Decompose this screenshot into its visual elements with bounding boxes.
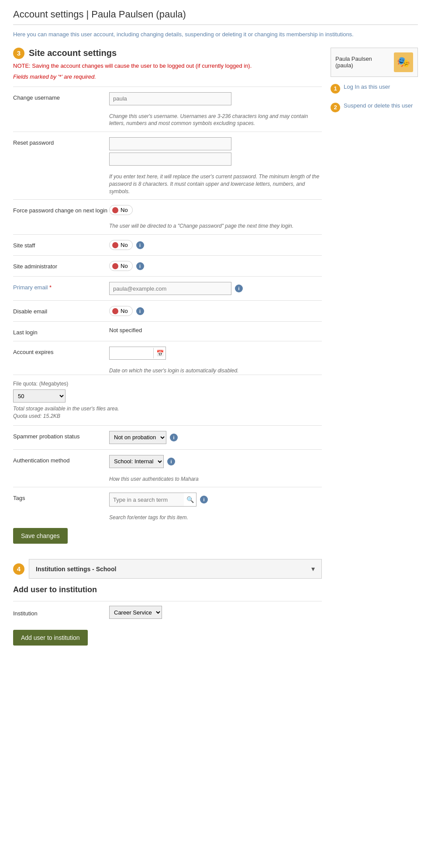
file-quota-select-wrapper: 50 100 200 500 1000 <box>13 389 322 403</box>
primary-email-input[interactable] <box>109 282 231 295</box>
reset-password-label: Reset password <box>13 137 109 146</box>
last-login-label: Last login <box>13 327 109 336</box>
file-quota-select[interactable]: 50 100 200 500 1000 <box>13 389 66 403</box>
tags-row: Tags 🔍 i <box>13 487 322 512</box>
change-username-hint: Change this user's username. Usernames a… <box>13 113 322 128</box>
force-password-label: Force password change on next login <box>13 205 109 214</box>
account-expires-row: Account expires 📅 <box>13 341 322 365</box>
file-quota-hint1: Total storage available in the user's fi… <box>13 405 322 413</box>
site-staff-value: No <box>121 242 128 248</box>
site-staff-info-icon[interactable]: i <box>136 241 144 249</box>
institution-field-label: Institution <box>13 608 109 617</box>
auth-method-control: School: Internal School: LDAP i <box>109 455 322 468</box>
main-content: 3 Site account settings NOTE: Saving the… <box>13 48 322 653</box>
tags-input[interactable] <box>110 493 184 506</box>
disable-email-info-icon[interactable]: i <box>136 307 144 315</box>
site-staff-row: Site staff No i <box>13 234 322 255</box>
force-password-value: No <box>121 207 128 213</box>
institution-field-control: Career Service School Other <box>109 606 322 619</box>
site-admin-info-icon[interactable]: i <box>136 262 144 270</box>
spammer-probation-info-icon[interactable]: i <box>170 434 178 441</box>
section-badge-4: 4 <box>13 563 24 575</box>
file-quota-hint2: Quota used: 15.2KB <box>13 413 322 420</box>
primary-email-label: Primary email * <box>13 282 109 291</box>
auth-method-select[interactable]: School: Internal School: LDAP <box>109 455 164 468</box>
reset-password-hint: If you enter text here, it will replace … <box>13 173 322 195</box>
note-text: NOTE: Saving the account changes will ca… <box>13 62 322 69</box>
institution-accordion[interactable]: Institution settings - School ▾ <box>29 559 322 579</box>
save-changes-button[interactable]: Save changes <box>13 528 68 544</box>
institution-body: Add user to institution Institution Care… <box>13 579 322 652</box>
add-user-to-institution-button[interactable]: Add user to institution <box>13 630 88 646</box>
spammer-probation-control: Not on probation On probation i <box>109 431 322 444</box>
add-user-title: Add user to institution <box>13 585 322 594</box>
institution-select[interactable]: Career Service School Other <box>109 606 162 619</box>
disable-email-dot <box>112 308 118 314</box>
auth-method-info-icon[interactable]: i <box>167 458 175 465</box>
sidebar-action-suspend: 2 Suspend or delete this user <box>331 100 418 115</box>
reset-password-input-1[interactable] <box>109 137 231 150</box>
site-staff-control: No i <box>109 240 322 250</box>
account-expires-hint: Date on which the user's login is automa… <box>13 367 322 375</box>
site-staff-label: Site staff <box>13 240 109 249</box>
site-admin-dot <box>112 263 118 269</box>
sidebar-action-login: 1 Log In as this user <box>331 81 418 96</box>
chevron-down-icon: ▾ <box>311 565 315 573</box>
step-badge-2: 2 <box>331 103 340 112</box>
spammer-probation-select[interactable]: Not on probation On probation <box>109 431 166 444</box>
user-card-name: Paula Paulsen (paula) <box>335 56 390 69</box>
account-expires-input[interactable] <box>110 347 153 359</box>
avatar: 🎭 <box>394 52 413 72</box>
force-password-toggle[interactable]: No <box>109 205 133 215</box>
site-admin-toggle[interactable]: No <box>109 261 133 271</box>
disable-email-control: No i <box>109 306 322 316</box>
last-login-control: Not specified <box>109 327 322 333</box>
sidebar: Paula Paulsen (paula) 🎭 1 Log In as this… <box>331 48 418 653</box>
date-input-wrapper: 📅 <box>109 347 166 360</box>
tags-control: 🔍 i <box>109 493 322 507</box>
account-expires-control: 📅 <box>109 347 322 360</box>
last-login-row: Last login Not specified <box>13 321 322 341</box>
required-text: Fields marked by '*' are required. <box>13 73 322 80</box>
auth-method-label: Authentication method <box>13 455 109 464</box>
site-staff-toggle[interactable]: No <box>109 240 133 250</box>
force-password-row: Force password change on next login No <box>13 199 322 220</box>
disable-email-row: Disable email No i <box>13 300 322 321</box>
tags-label: Tags <box>13 493 109 501</box>
suspend-delete-user-link[interactable]: Suspend or delete this user <box>344 102 413 109</box>
account-expires-label: Account expires <box>13 347 109 355</box>
auth-method-row: Authentication method School: Internal S… <box>13 449 322 473</box>
site-admin-control: No i <box>109 261 322 271</box>
file-quota-section: File quota: (Megabytes) 50 100 200 500 1… <box>13 375 322 425</box>
step-badge-1: 1 <box>331 84 340 94</box>
spammer-probation-row: Spammer probation status Not on probatio… <box>13 425 322 449</box>
force-password-dot <box>112 207 118 213</box>
change-username-label: Change username <box>13 92 109 101</box>
change-username-input[interactable] <box>109 92 231 105</box>
calendar-icon[interactable]: 📅 <box>153 348 166 358</box>
file-quota-label: File quota: (Megabytes) <box>13 380 322 387</box>
institution-accordion-title: Institution settings - School <box>36 566 116 573</box>
page-title: Account settings | Paula Paulsen (paula) <box>13 9 418 25</box>
reset-password-row: Reset password <box>13 132 322 171</box>
section-header: 3 Site account settings <box>13 48 322 59</box>
section-title: Site account settings <box>29 48 117 58</box>
tags-hint: Search for/enter tags for this item. <box>13 514 322 521</box>
primary-email-row: Primary email * i <box>13 276 322 300</box>
reset-password-input-2[interactable] <box>109 153 231 166</box>
reset-password-control <box>109 137 322 166</box>
site-admin-label: Site administrator <box>13 261 109 270</box>
disable-email-toggle[interactable]: No <box>109 306 133 316</box>
disable-email-label: Disable email <box>13 306 109 315</box>
auth-method-hint: How this user authenticates to Mahara <box>13 476 322 483</box>
log-in-as-user-link[interactable]: Log In as this user <box>344 83 390 90</box>
institution-row: Institution Career Service School Other <box>13 601 322 623</box>
tags-info-icon[interactable]: i <box>200 496 208 503</box>
primary-email-control: i <box>109 282 322 295</box>
site-staff-dot <box>112 242 118 248</box>
primary-email-info-icon[interactable]: i <box>235 285 243 292</box>
tags-input-wrapper: 🔍 <box>109 493 197 507</box>
site-admin-value: No <box>121 263 128 269</box>
intro-text: Here you can manage this user account, i… <box>13 30 418 39</box>
section-badge-3: 3 <box>13 48 24 59</box>
